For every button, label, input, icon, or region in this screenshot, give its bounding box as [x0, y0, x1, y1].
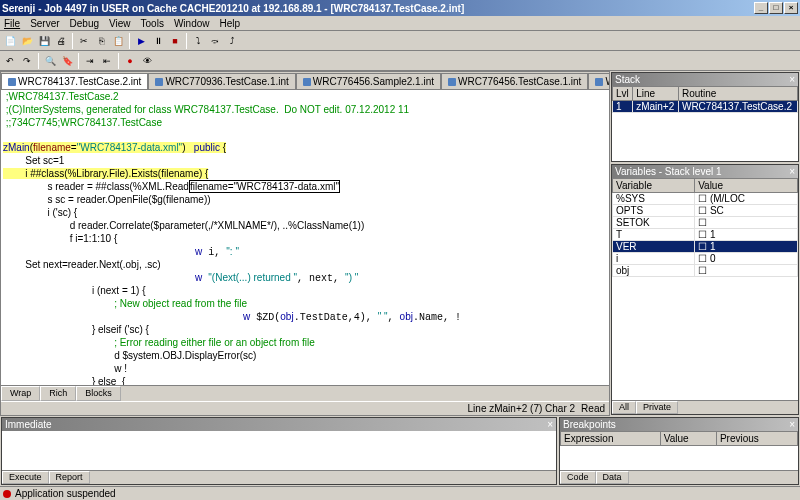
var-row: T☐ 1 — [613, 229, 798, 241]
immediate-area[interactable] — [2, 431, 556, 470]
open-icon[interactable]: 📂 — [19, 33, 35, 49]
bookmark-icon[interactable]: 🔖 — [59, 53, 75, 69]
redo-icon[interactable]: ↷ — [19, 53, 35, 69]
menu-help[interactable]: Help — [219, 18, 240, 29]
pause-icon[interactable]: ⏸ — [150, 33, 166, 49]
find-icon[interactable]: 🔍 — [42, 53, 58, 69]
stack-row[interactable]: 1zMain+2WRC784137.TestCase.2 — [613, 101, 798, 113]
menu-window[interactable]: Window — [174, 18, 210, 29]
save-icon[interactable]: 💾 — [36, 33, 52, 49]
cut-icon[interactable]: ✂ — [76, 33, 92, 49]
status-text: Application suspended — [15, 488, 116, 499]
maximize-button[interactable]: □ — [769, 2, 783, 14]
print-icon[interactable]: 🖨 — [53, 33, 69, 49]
menu-bar: File Server Debug View Tools Window Help — [0, 16, 800, 31]
breakpoints-grid[interactable]: ExpressionValuePrevious — [560, 431, 798, 470]
breakpoint-icon[interactable]: ● — [122, 53, 138, 69]
minimize-button[interactable]: _ — [754, 2, 768, 14]
tab-file-3[interactable]: WRC776456.Sample2.1.int — [296, 73, 441, 89]
copy-icon[interactable]: ⎘ — [93, 33, 109, 49]
var-row: VER☐ 1 — [613, 241, 798, 253]
suspended-icon — [3, 490, 11, 498]
code-editor[interactable]: ;WRC784137.TestCase.2 ;(C)InterSystems, … — [1, 90, 609, 385]
menu-file[interactable]: File — [4, 18, 20, 29]
variables-grid[interactable]: VariableValue %SYS☐ (M/LOC OPTS☐ SC SETO… — [612, 178, 798, 400]
vars-panel-title: Variables - Stack level 1 — [615, 166, 722, 177]
file-icon — [595, 78, 603, 86]
var-row: OPTS☐ SC — [613, 205, 798, 217]
immediate-title: Immediate — [5, 419, 52, 430]
var-row: SETOK☐ — [613, 217, 798, 229]
paste-icon[interactable]: 📋 — [110, 33, 126, 49]
panel-close-icon[interactable]: × — [789, 419, 795, 430]
menu-tools[interactable]: Tools — [141, 18, 164, 29]
tab-blocks[interactable]: Blocks — [76, 386, 121, 401]
menu-debug[interactable]: Debug — [70, 18, 99, 29]
stop-icon[interactable]: ■ — [167, 33, 183, 49]
tab-code[interactable]: Code — [560, 471, 596, 484]
editor-status: Line zMain+2 (7) Char 2 Read — [1, 401, 609, 415]
run-icon[interactable]: ▶ — [133, 33, 149, 49]
app-title: Serenji - Job 4497 in USER on Cache CACH… — [2, 3, 464, 14]
step-into-icon[interactable]: ⤵ — [190, 33, 206, 49]
tab-file-2[interactable]: WRC770936.TestCase.1.int — [148, 73, 295, 89]
toolbar-debug: ↶ ↷ 🔍 🔖 ⇥ ⇤ ● 👁 — [0, 51, 800, 71]
watch-icon[interactable]: 👁 — [139, 53, 155, 69]
var-row: %SYS☐ (M/LOC — [613, 193, 798, 205]
file-icon — [8, 78, 16, 86]
stack-grid[interactable]: LvlLineRoutine 1zMain+2WRC784137.TestCas… — [612, 86, 798, 161]
tab-execute[interactable]: Execute — [2, 471, 49, 484]
vars-all-button[interactable]: All — [612, 401, 636, 414]
tab-rich[interactable]: Rich — [40, 386, 76, 401]
tab-report[interactable]: Report — [49, 471, 90, 484]
panel-close-icon[interactable]: × — [547, 419, 553, 430]
menu-server[interactable]: Server — [30, 18, 59, 29]
cursor-position: Line zMain+2 (7) Char 2 — [468, 403, 576, 414]
panel-close-icon[interactable]: × — [789, 166, 795, 177]
file-icon — [155, 78, 163, 86]
title-bar: Serenji - Job 4497 in USER on Cache CACH… — [0, 0, 800, 16]
close-button[interactable]: × — [784, 2, 798, 14]
var-row: obj☐ — [613, 265, 798, 277]
file-icon — [303, 78, 311, 86]
outdent-icon[interactable]: ⇤ — [99, 53, 115, 69]
tab-file-4[interactable]: WRC776456.TestCase.1.int — [441, 73, 588, 89]
step-over-icon[interactable]: ⤼ — [207, 33, 223, 49]
read-mode: Read — [581, 403, 605, 414]
new-icon[interactable]: 📄 — [2, 33, 18, 49]
file-icon — [448, 78, 456, 86]
panel-close-icon[interactable]: × — [789, 74, 795, 85]
var-row: i☐ 0 — [613, 253, 798, 265]
view-mode-tabs: Wrap Rich Blocks — [1, 385, 609, 401]
undo-icon[interactable]: ↶ — [2, 53, 18, 69]
toolbar-main: 📄 📂 💾 🖨 ✂ ⎘ 📋 ▶ ⏸ ■ ⤵ ⤼ ⤴ — [0, 31, 800, 51]
breakpoints-title: Breakpoints — [563, 419, 616, 430]
step-out-icon[interactable]: ⤴ — [224, 33, 240, 49]
stack-panel-title: Stack — [615, 74, 640, 85]
indent-icon[interactable]: ⇥ — [82, 53, 98, 69]
status-bar: Application suspended — [0, 486, 800, 500]
vars-private-button[interactable]: Private — [636, 401, 678, 414]
tab-data[interactable]: Data — [596, 471, 629, 484]
tab-file-5[interactable]: WRC780918.TestCa — [588, 73, 609, 89]
tab-wrap[interactable]: Wrap — [1, 386, 40, 401]
menu-view[interactable]: View — [109, 18, 131, 29]
tab-file-1[interactable]: WRC784137.TestCase.2.int — [1, 73, 148, 89]
editor-tabs: WRC784137.TestCase.2.int WRC770936.TestC… — [1, 72, 609, 90]
